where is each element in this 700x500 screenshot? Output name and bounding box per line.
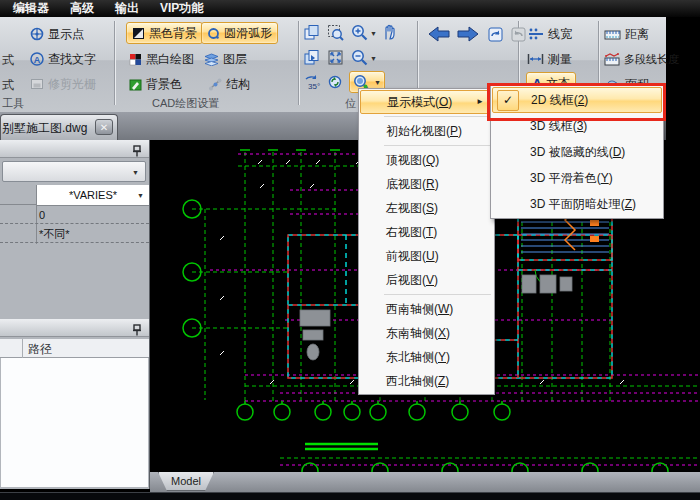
menu-output[interactable]: 输出	[115, 0, 139, 17]
show-point-icon	[30, 27, 44, 41]
menu-item-bottom-view[interactable]: 底视图(R)	[360, 172, 493, 196]
submenu-item-3d-hidden-lines[interactable]: 3D 被隐藏的线(D)	[492, 139, 662, 165]
display-mode-dropdown-caret: ▼	[374, 79, 381, 86]
property-filter-combobox[interactable]: ▼	[2, 161, 146, 182]
properties-panel: ▼ *VARIES* ▼ 0 *不同* 路径	[0, 140, 150, 489]
line-width-button[interactable]: 线宽	[528, 25, 572, 43]
bw-drawing-button[interactable]: 黑白绘图	[129, 50, 194, 68]
tools-group-label: 工具	[2, 96, 24, 111]
menu-item-left-view[interactable]: 左视图(S)	[360, 196, 493, 220]
zoom-window-icon[interactable]	[327, 24, 344, 41]
menu-item-display-mode[interactable]: 显示模式(O) ►	[360, 90, 493, 114]
property-label-cell	[0, 185, 36, 205]
svg-text:35°: 35°	[308, 82, 320, 91]
background-color-icon	[129, 78, 142, 91]
cad-settings-group-label: CAD绘图设置	[152, 96, 219, 111]
clipped-button-label: 式	[2, 52, 14, 69]
layers-button[interactable]: 图层	[204, 50, 247, 68]
menu-item-front-view[interactable]: 前视图(U)	[360, 244, 493, 268]
trim-raster-button: 修剪光栅	[30, 75, 96, 93]
submenu-item-3d-wireframe[interactable]: 3D 线框(3)	[492, 113, 662, 139]
checkmark-icon: ✓	[497, 90, 519, 111]
menu-advanced[interactable]: 高级	[70, 0, 94, 17]
copy-view-icon[interactable]	[303, 24, 320, 41]
submenu-item-3d-smooth-shading[interactable]: 3D 平滑着色(Y)	[492, 165, 662, 191]
zoom-extents-icon[interactable]	[327, 49, 344, 66]
structure-icon	[208, 78, 222, 91]
undo-view-icon[interactable]	[486, 25, 505, 43]
paths-panel-header	[0, 319, 149, 337]
paths-list[interactable]	[1, 358, 148, 487]
menu-separator	[384, 294, 491, 295]
layers-icon	[204, 53, 219, 66]
model-tab[interactable]: Model	[158, 472, 214, 491]
group-separator	[298, 21, 299, 105]
display-mode-submenu: ✓ 2D 线框(2) 3D 线框(3) 3D 被隐藏的线(D) 3D 平滑着色(…	[490, 85, 664, 219]
menu-item-back-view[interactable]: 后视图(V)	[360, 268, 493, 292]
zoom-in-dropdown[interactable]: ▼	[370, 30, 377, 37]
background-color-button[interactable]: 背景色	[129, 75, 182, 93]
pin-icon[interactable]	[132, 322, 142, 340]
menu-separator	[384, 145, 491, 146]
trim-raster-icon	[30, 77, 44, 91]
document-tab[interactable]: 别墅施工图.dwg ✕	[0, 114, 118, 140]
menu-editor[interactable]: 编辑器	[13, 0, 49, 17]
distance-button[interactable]: 距离	[604, 25, 649, 43]
svg-text:A: A	[34, 55, 41, 65]
zoom-refresh-icon[interactable]	[327, 74, 344, 91]
clipped-button-label: 式	[2, 77, 14, 94]
submenu-item-3d-flat-shading[interactable]: 3D 平面阴暗处理(Z)	[492, 191, 662, 217]
pan-hand-icon[interactable]	[381, 23, 399, 41]
polyline-length-icon	[604, 53, 620, 66]
structure-button[interactable]: 结构	[208, 75, 250, 93]
paste-view-icon[interactable]	[303, 49, 320, 66]
menu-item-sw-isometric[interactable]: 西南轴侧(W)	[360, 297, 493, 321]
tab-close-button[interactable]: ✕	[95, 119, 113, 135]
varies-caret-icon: ▼	[137, 192, 144, 199]
cad-application-window: 编辑器 高级 输出 VIP功能 式 式 工具 显示点 A 查找文字 修剪光栅	[0, 0, 700, 500]
view-context-menu: 显示模式(O) ► 初始化视图(P) 顶视图(Q) 底视图(R) 左视图(S) …	[358, 88, 495, 395]
smooth-arc-icon	[207, 27, 220, 40]
back-icon[interactable]	[428, 26, 451, 42]
group-separator	[114, 21, 115, 105]
distance-icon	[604, 28, 621, 41]
paths-table-header[interactable]: 路径	[0, 339, 149, 358]
smooth-arc-button[interactable]: 圆滑弧形	[201, 22, 278, 44]
submenu-item-2d-wireframe[interactable]: ✓ 2D 线框(2)	[492, 87, 662, 113]
find-text-icon: A	[30, 52, 44, 66]
show-point-button[interactable]: 显示点	[30, 25, 84, 43]
menu-item-top-view[interactable]: 顶视图(Q)	[360, 148, 493, 172]
status-bar	[0, 492, 700, 500]
polyline-length-button[interactable]: 多段线长度	[604, 50, 679, 68]
layout-tab-bar: Model	[150, 472, 700, 492]
property-value-varies[interactable]: *VARIES* ▼	[37, 185, 149, 206]
forward-icon[interactable]	[456, 26, 479, 42]
rotate-35-icon[interactable]: 35°	[302, 74, 321, 91]
zoom-in-icon[interactable]	[351, 24, 368, 41]
measure-button[interactable]: 测量	[527, 50, 572, 68]
menu-item-init-view[interactable]: 初始化视图(P)	[360, 119, 493, 143]
combo-caret-icon: ▼	[132, 169, 139, 176]
black-background-icon	[132, 27, 145, 40]
document-tab-title: 别墅施工图.dwg	[2, 120, 87, 137]
menu-separator	[384, 116, 491, 117]
menu-vip[interactable]: VIP功能	[160, 0, 203, 17]
property-value-row[interactable]: *不同*	[0, 225, 149, 243]
bw-drawing-icon	[129, 53, 142, 66]
pin-icon[interactable]	[132, 143, 142, 161]
menu-item-se-isometric[interactable]: 东南轴侧(X)	[360, 321, 493, 345]
zoom-out-icon[interactable]	[351, 49, 368, 66]
zoom-out-dropdown[interactable]: ▼	[370, 55, 377, 62]
paths-column-divider	[22, 339, 23, 358]
menubar: 编辑器 高级 输出 VIP功能	[0, 0, 700, 17]
submenu-arrow-icon: ►	[476, 91, 484, 113]
black-background-button[interactable]: 黑色背景	[126, 22, 203, 44]
menu-item-ne-isometric[interactable]: 东北轴侧(Y)	[360, 345, 493, 369]
find-text-button[interactable]: A 查找文字	[30, 50, 96, 68]
properties-panel-header	[0, 140, 149, 158]
nav-group-label-clipped: 位	[345, 96, 356, 111]
measure-icon	[527, 53, 544, 65]
property-value-row[interactable]: 0	[0, 206, 149, 224]
menu-item-right-view[interactable]: 右视图(T)	[360, 220, 493, 244]
menu-item-nw-isometric[interactable]: 西北轴侧(Z)	[360, 369, 493, 393]
